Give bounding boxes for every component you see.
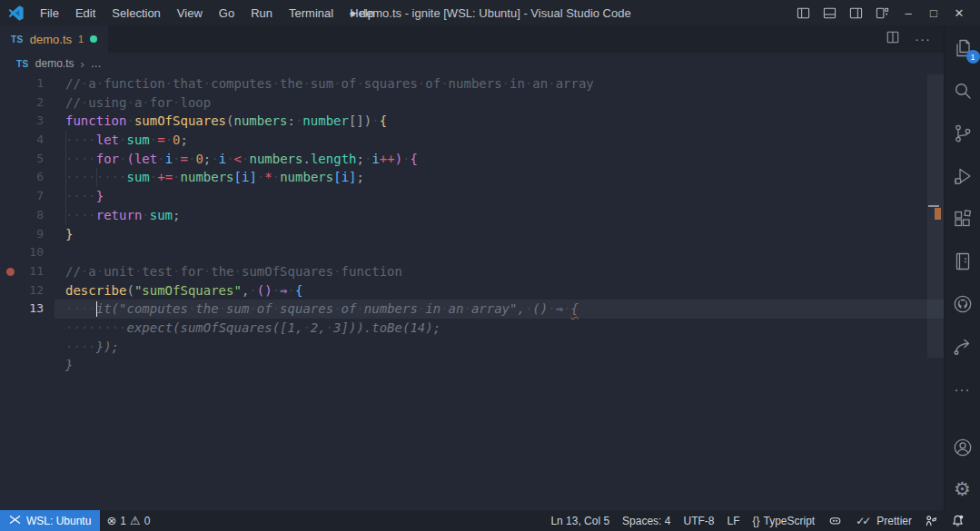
code-line-2[interactable]: 2//·using·a·for·loop bbox=[0, 93, 944, 113]
line-number[interactable]: 11 bbox=[18, 262, 44, 281]
typescript-file-icon: TS bbox=[11, 34, 24, 44]
breakpoint-icon[interactable] bbox=[6, 268, 15, 276]
error-icon: ⊗ bbox=[106, 515, 116, 526]
menu-bar: FileEditSelectionViewGoRunTerminalHelp bbox=[32, 0, 382, 25]
code-line-7[interactable]: 7····} bbox=[0, 187, 944, 206]
settings-gear-icon[interactable]: ⚙ bbox=[951, 477, 975, 501]
language-mode[interactable]: {} TypeScript bbox=[746, 510, 821, 531]
line-number[interactable]: 2 bbox=[18, 93, 44, 113]
code-line-4[interactable]: 4····let·sum·=·0; bbox=[0, 131, 944, 150]
tab-problem-count: 1 bbox=[78, 34, 84, 44]
line-number[interactable]: 7 bbox=[18, 187, 44, 206]
notifications-bell-icon[interactable] bbox=[945, 510, 971, 531]
code-line-8[interactable]: 8····return·sum; bbox=[0, 206, 944, 225]
menu-go[interactable]: Go bbox=[211, 0, 243, 25]
close-button[interactable]: ✕ bbox=[953, 6, 965, 20]
editor-scrollbar[interactable] bbox=[927, 74, 944, 510]
breadcrumb: TS demo.ts › … bbox=[0, 53, 944, 74]
activity-bar: 1 ··· bbox=[944, 25, 980, 510]
title-bar: FileEditSelectionViewGoRunTerminalHelp ●… bbox=[0, 0, 980, 25]
indentation[interactable]: Spaces: 4 bbox=[616, 510, 677, 531]
explorer-icon[interactable]: 1 bbox=[951, 36, 975, 60]
remote-icon bbox=[9, 514, 21, 528]
toggle-panel-icon[interactable] bbox=[823, 6, 836, 20]
line-number[interactable]: 3 bbox=[18, 112, 44, 131]
menu-selection[interactable]: Selection bbox=[104, 0, 168, 25]
code-line-10[interactable]: 10 bbox=[0, 243, 944, 262]
line-number[interactable]: 9 bbox=[18, 225, 44, 244]
menu-edit[interactable]: Edit bbox=[67, 0, 104, 25]
menu-run[interactable]: Run bbox=[243, 0, 281, 25]
warning-icon: ⚠ bbox=[130, 515, 141, 526]
code-line-3[interactable]: 3function·sumOfSquares(numbers:·number[]… bbox=[0, 112, 944, 131]
breadcrumb-separator: › bbox=[80, 57, 84, 71]
breadcrumb-typescript-icon: TS bbox=[16, 59, 29, 69]
line-number[interactable]: 1 bbox=[18, 74, 44, 93]
remote-indicator[interactable]: WSL: Ubuntu bbox=[0, 510, 100, 531]
menu-view[interactable]: View bbox=[169, 0, 211, 25]
line-number[interactable]: 10 bbox=[18, 243, 44, 262]
problems-indicator[interactable]: ⊗ 1 ⚠ 0 bbox=[100, 510, 156, 531]
line-number[interactable]: 13 bbox=[18, 300, 44, 319]
line-number[interactable]: 12 bbox=[18, 281, 44, 300]
code-line-1[interactable]: 1//·a·function·that·computes·the·sum·of·… bbox=[0, 74, 944, 93]
line-number[interactable]: 8 bbox=[18, 206, 44, 225]
text-cursor bbox=[96, 301, 98, 317]
additional-views-icon[interactable]: ··· bbox=[951, 378, 975, 401]
accounts-icon[interactable] bbox=[951, 436, 975, 459]
tab-demo-ts[interactable]: TS demo.ts 1 bbox=[0, 25, 108, 53]
formatter-status[interactable]: ✓✓ Prettier bbox=[849, 510, 918, 531]
remote-explorer-icon[interactable] bbox=[951, 250, 975, 273]
code-line-13[interactable]: 13····it("computes·the·sum·of·squares·of… bbox=[0, 300, 944, 319]
tab-file-name: demo.ts bbox=[30, 33, 72, 46]
line-number[interactable]: 4 bbox=[18, 131, 44, 150]
split-editor-icon[interactable] bbox=[886, 30, 900, 48]
double-check-icon: ✓✓ bbox=[856, 515, 868, 527]
status-bar: WSL: Ubuntu ⊗ 1 ⚠ 0 Ln 13, Col 5 Spaces:… bbox=[0, 510, 980, 531]
editor-more-actions-icon[interactable]: ··· bbox=[915, 34, 931, 44]
ghost-code-line[interactable]: } bbox=[0, 356, 944, 375]
breadcrumb-symbol-more[interactable]: … bbox=[91, 57, 102, 70]
code-line-11[interactable]: 11//·a·unit·test·for·the·sumOfSquares·fu… bbox=[0, 262, 944, 281]
ghost-code-line[interactable]: ····}); bbox=[0, 338, 944, 357]
feedback-icon[interactable] bbox=[918, 510, 945, 531]
toggle-sidebar-icon[interactable] bbox=[797, 6, 810, 20]
code-line-9[interactable]: 9} bbox=[0, 225, 944, 244]
run-and-debug-icon[interactable] bbox=[951, 164, 975, 188]
menu-file[interactable]: File bbox=[32, 0, 67, 25]
customize-layout-icon[interactable] bbox=[876, 6, 889, 20]
copilot-status-icon[interactable] bbox=[821, 510, 849, 531]
source-control-icon[interactable] bbox=[951, 122, 975, 145]
line-number[interactable]: 5 bbox=[18, 150, 44, 169]
maximize-button[interactable]: □ bbox=[927, 6, 940, 20]
cursor-position[interactable]: Ln 13, Col 5 bbox=[544, 510, 616, 531]
code-editor[interactable]: 1//·a·function·that·computes·the·sum·of·… bbox=[0, 74, 944, 510]
code-line-12[interactable]: 12describe("sumOfSquares",·()·⇒·{ bbox=[0, 281, 944, 300]
eol-sequence[interactable]: LF bbox=[720, 510, 746, 531]
modified-dot-icon[interactable] bbox=[90, 35, 97, 43]
vscode-logo-icon bbox=[8, 5, 25, 21]
code-line-6[interactable]: 6········sum·+=·numbers[i]·*·numbers[i]; bbox=[0, 168, 944, 187]
explorer-badge: 1 bbox=[966, 50, 980, 64]
tab-bar: TS demo.ts 1 ··· bbox=[0, 25, 944, 53]
live-share-icon[interactable] bbox=[951, 335, 975, 359]
encoding[interactable]: UTF-8 bbox=[677, 510, 720, 531]
toggle-secondary-sidebar-icon[interactable] bbox=[849, 6, 863, 20]
breadcrumb-file[interactable]: demo.ts bbox=[35, 57, 74, 70]
ghost-code-line[interactable]: ········expect(sumOfSquares([1,·2,·3])).… bbox=[0, 319, 944, 338]
line-number[interactable]: 6 bbox=[18, 168, 44, 187]
minimize-button[interactable]: – bbox=[902, 6, 915, 20]
github-icon[interactable] bbox=[951, 292, 975, 316]
window-title: ● demo.ts - ignite [WSL: Ubuntu] - Visua… bbox=[349, 6, 630, 20]
braces-icon: {} bbox=[752, 515, 759, 527]
overview-ruler-error-marker bbox=[935, 208, 941, 220]
overview-ruler-cursor-marker bbox=[928, 205, 939, 207]
menu-terminal[interactable]: Terminal bbox=[281, 0, 342, 25]
code-line-5[interactable]: 5····for·(let·i·=·0;·i·<·numbers.length;… bbox=[0, 150, 944, 169]
extensions-icon[interactable] bbox=[951, 207, 975, 231]
vscode-window: FileEditSelectionViewGoRunTerminalHelp ●… bbox=[0, 0, 980, 531]
search-icon[interactable] bbox=[951, 79, 975, 103]
